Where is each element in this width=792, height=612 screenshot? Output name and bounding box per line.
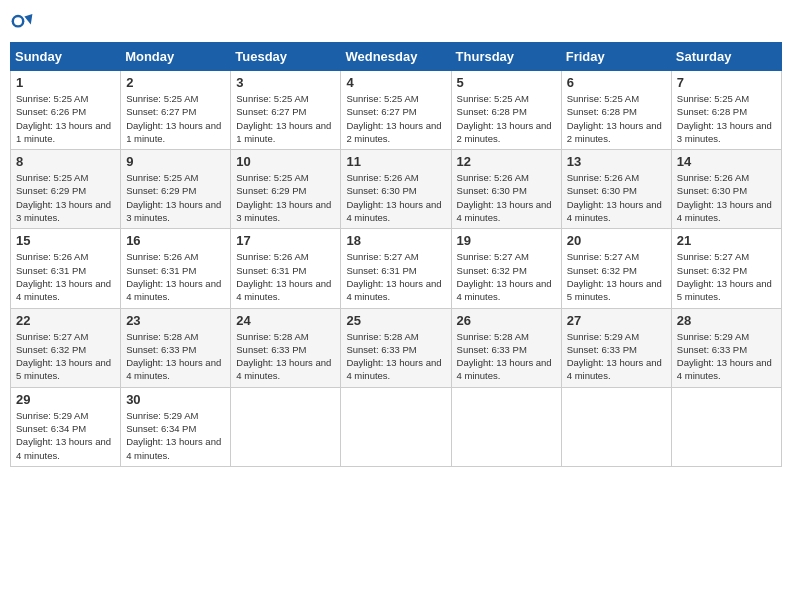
- logo-icon: [10, 10, 34, 34]
- calendar-cell: 3Sunrise: 5:25 AM Sunset: 6:27 PM Daylig…: [231, 71, 341, 150]
- column-header-sunday: Sunday: [11, 43, 121, 71]
- calendar-cell: [671, 387, 781, 466]
- day-info: Sunrise: 5:25 AM Sunset: 6:27 PM Dayligh…: [346, 92, 445, 145]
- calendar-cell: 28Sunrise: 5:29 AM Sunset: 6:33 PM Dayli…: [671, 308, 781, 387]
- calendar-cell: 22Sunrise: 5:27 AM Sunset: 6:32 PM Dayli…: [11, 308, 121, 387]
- column-header-monday: Monday: [121, 43, 231, 71]
- calendar-cell: 5Sunrise: 5:25 AM Sunset: 6:28 PM Daylig…: [451, 71, 561, 150]
- day-number: 16: [126, 233, 225, 248]
- svg-point-1: [14, 17, 22, 25]
- day-number: 3: [236, 75, 335, 90]
- day-info: Sunrise: 5:26 AM Sunset: 6:31 PM Dayligh…: [236, 250, 335, 303]
- logo: [10, 10, 38, 34]
- day-number: 27: [567, 313, 666, 328]
- column-header-friday: Friday: [561, 43, 671, 71]
- day-number: 14: [677, 154, 776, 169]
- calendar-cell: 19Sunrise: 5:27 AM Sunset: 6:32 PM Dayli…: [451, 229, 561, 308]
- day-info: Sunrise: 5:25 AM Sunset: 6:28 PM Dayligh…: [567, 92, 666, 145]
- calendar-cell: 21Sunrise: 5:27 AM Sunset: 6:32 PM Dayli…: [671, 229, 781, 308]
- day-number: 13: [567, 154, 666, 169]
- day-info: Sunrise: 5:26 AM Sunset: 6:30 PM Dayligh…: [567, 171, 666, 224]
- day-number: 29: [16, 392, 115, 407]
- calendar-cell: 9Sunrise: 5:25 AM Sunset: 6:29 PM Daylig…: [121, 150, 231, 229]
- calendar-cell: 25Sunrise: 5:28 AM Sunset: 6:33 PM Dayli…: [341, 308, 451, 387]
- calendar-cell: [231, 387, 341, 466]
- calendar-row-5: 29Sunrise: 5:29 AM Sunset: 6:34 PM Dayli…: [11, 387, 782, 466]
- day-number: 18: [346, 233, 445, 248]
- day-number: 17: [236, 233, 335, 248]
- day-number: 1: [16, 75, 115, 90]
- calendar-cell: 17Sunrise: 5:26 AM Sunset: 6:31 PM Dayli…: [231, 229, 341, 308]
- calendar-cell: 16Sunrise: 5:26 AM Sunset: 6:31 PM Dayli…: [121, 229, 231, 308]
- calendar-cell: 4Sunrise: 5:25 AM Sunset: 6:27 PM Daylig…: [341, 71, 451, 150]
- day-info: Sunrise: 5:25 AM Sunset: 6:28 PM Dayligh…: [677, 92, 776, 145]
- day-number: 11: [346, 154, 445, 169]
- day-number: 12: [457, 154, 556, 169]
- day-info: Sunrise: 5:27 AM Sunset: 6:32 PM Dayligh…: [677, 250, 776, 303]
- day-number: 21: [677, 233, 776, 248]
- calendar-cell: 15Sunrise: 5:26 AM Sunset: 6:31 PM Dayli…: [11, 229, 121, 308]
- day-info: Sunrise: 5:25 AM Sunset: 6:27 PM Dayligh…: [236, 92, 335, 145]
- day-info: Sunrise: 5:25 AM Sunset: 6:28 PM Dayligh…: [457, 92, 556, 145]
- calendar-cell: 23Sunrise: 5:28 AM Sunset: 6:33 PM Dayli…: [121, 308, 231, 387]
- calendar-cell: 7Sunrise: 5:25 AM Sunset: 6:28 PM Daylig…: [671, 71, 781, 150]
- column-header-saturday: Saturday: [671, 43, 781, 71]
- calendar-cell: 27Sunrise: 5:29 AM Sunset: 6:33 PM Dayli…: [561, 308, 671, 387]
- header-row: SundayMondayTuesdayWednesdayThursdayFrid…: [11, 43, 782, 71]
- calendar-cell: [451, 387, 561, 466]
- header: [10, 10, 782, 34]
- day-info: Sunrise: 5:26 AM Sunset: 6:30 PM Dayligh…: [346, 171, 445, 224]
- day-info: Sunrise: 5:29 AM Sunset: 6:33 PM Dayligh…: [567, 330, 666, 383]
- column-header-thursday: Thursday: [451, 43, 561, 71]
- day-number: 9: [126, 154, 225, 169]
- calendar-cell: 30Sunrise: 5:29 AM Sunset: 6:34 PM Dayli…: [121, 387, 231, 466]
- column-header-wednesday: Wednesday: [341, 43, 451, 71]
- day-info: Sunrise: 5:28 AM Sunset: 6:33 PM Dayligh…: [236, 330, 335, 383]
- day-info: Sunrise: 5:28 AM Sunset: 6:33 PM Dayligh…: [126, 330, 225, 383]
- day-info: Sunrise: 5:27 AM Sunset: 6:32 PM Dayligh…: [457, 250, 556, 303]
- calendar-cell: 6Sunrise: 5:25 AM Sunset: 6:28 PM Daylig…: [561, 71, 671, 150]
- day-info: Sunrise: 5:26 AM Sunset: 6:31 PM Dayligh…: [126, 250, 225, 303]
- day-info: Sunrise: 5:26 AM Sunset: 6:31 PM Dayligh…: [16, 250, 115, 303]
- day-number: 15: [16, 233, 115, 248]
- day-info: Sunrise: 5:29 AM Sunset: 6:34 PM Dayligh…: [126, 409, 225, 462]
- svg-marker-2: [24, 14, 32, 24]
- day-number: 10: [236, 154, 335, 169]
- day-info: Sunrise: 5:25 AM Sunset: 6:29 PM Dayligh…: [126, 171, 225, 224]
- calendar-cell: 10Sunrise: 5:25 AM Sunset: 6:29 PM Dayli…: [231, 150, 341, 229]
- calendar-cell: 14Sunrise: 5:26 AM Sunset: 6:30 PM Dayli…: [671, 150, 781, 229]
- day-number: 25: [346, 313, 445, 328]
- day-info: Sunrise: 5:25 AM Sunset: 6:29 PM Dayligh…: [236, 171, 335, 224]
- day-info: Sunrise: 5:29 AM Sunset: 6:34 PM Dayligh…: [16, 409, 115, 462]
- calendar-row-3: 15Sunrise: 5:26 AM Sunset: 6:31 PM Dayli…: [11, 229, 782, 308]
- day-number: 28: [677, 313, 776, 328]
- day-info: Sunrise: 5:25 AM Sunset: 6:26 PM Dayligh…: [16, 92, 115, 145]
- day-number: 6: [567, 75, 666, 90]
- day-number: 30: [126, 392, 225, 407]
- calendar-cell: 11Sunrise: 5:26 AM Sunset: 6:30 PM Dayli…: [341, 150, 451, 229]
- calendar-cell: 20Sunrise: 5:27 AM Sunset: 6:32 PM Dayli…: [561, 229, 671, 308]
- column-header-tuesday: Tuesday: [231, 43, 341, 71]
- calendar-cell: 24Sunrise: 5:28 AM Sunset: 6:33 PM Dayli…: [231, 308, 341, 387]
- calendar-row-1: 1Sunrise: 5:25 AM Sunset: 6:26 PM Daylig…: [11, 71, 782, 150]
- day-number: 20: [567, 233, 666, 248]
- day-info: Sunrise: 5:26 AM Sunset: 6:30 PM Dayligh…: [677, 171, 776, 224]
- calendar-cell: 18Sunrise: 5:27 AM Sunset: 6:31 PM Dayli…: [341, 229, 451, 308]
- day-info: Sunrise: 5:28 AM Sunset: 6:33 PM Dayligh…: [457, 330, 556, 383]
- calendar-cell: 26Sunrise: 5:28 AM Sunset: 6:33 PM Dayli…: [451, 308, 561, 387]
- day-info: Sunrise: 5:29 AM Sunset: 6:33 PM Dayligh…: [677, 330, 776, 383]
- calendar-table: SundayMondayTuesdayWednesdayThursdayFrid…: [10, 42, 782, 467]
- day-info: Sunrise: 5:27 AM Sunset: 6:32 PM Dayligh…: [16, 330, 115, 383]
- day-info: Sunrise: 5:26 AM Sunset: 6:30 PM Dayligh…: [457, 171, 556, 224]
- calendar-cell: 13Sunrise: 5:26 AM Sunset: 6:30 PM Dayli…: [561, 150, 671, 229]
- calendar-cell: 2Sunrise: 5:25 AM Sunset: 6:27 PM Daylig…: [121, 71, 231, 150]
- day-number: 22: [16, 313, 115, 328]
- day-number: 5: [457, 75, 556, 90]
- calendar-cell: 12Sunrise: 5:26 AM Sunset: 6:30 PM Dayli…: [451, 150, 561, 229]
- day-number: 2: [126, 75, 225, 90]
- day-number: 8: [16, 154, 115, 169]
- day-info: Sunrise: 5:27 AM Sunset: 6:31 PM Dayligh…: [346, 250, 445, 303]
- calendar-cell: [341, 387, 451, 466]
- day-info: Sunrise: 5:25 AM Sunset: 6:29 PM Dayligh…: [16, 171, 115, 224]
- day-number: 4: [346, 75, 445, 90]
